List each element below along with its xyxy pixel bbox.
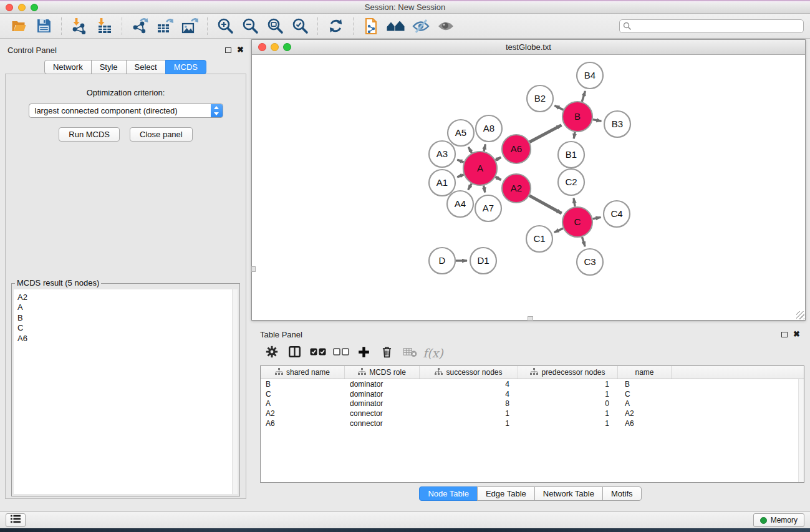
column-selector-button[interactable] [283,345,306,361]
tab-node-table[interactable]: Node Table [419,486,478,501]
function-builder-button[interactable]: f(x) [422,346,445,360]
graph-node-A2[interactable]: A2 [502,174,531,203]
graph-node-C3[interactable]: C3 [577,249,603,275]
table-toolbar: f(x) [260,342,804,364]
task-history-button[interactable] [6,513,26,527]
unchecked-boxes-icon [333,347,349,359]
table-row[interactable]: Adominator80A [261,399,804,409]
close-panel-icon[interactable]: ✖ [237,47,244,53]
svg-text:A1: A1 [436,177,448,188]
memory-button[interactable]: Memory [753,513,804,527]
criterion-select[interactable]: largest connected component (directed) [29,104,223,118]
close-panel-button[interactable]: Close panel [130,127,193,142]
graph-node-B[interactable]: B [562,102,592,132]
result-item[interactable]: C [17,323,238,333]
graph-node-A[interactable]: A [463,152,497,185]
graph-node-A4[interactable]: A4 [447,191,473,217]
column-header-MCDS-role[interactable]: MCDS role [345,366,420,379]
graph-node-B3[interactable]: B3 [604,111,630,137]
hide-selected-button[interactable] [410,16,432,36]
document-network-icon [363,17,379,35]
graph-edge-C-C2 [574,198,575,207]
tab-network[interactable]: Network [44,60,92,74]
table-row[interactable]: Bdominator41B [261,379,804,389]
control-panel: Control Panel ✖ NetworkStyleSelectMCDS O… [0,39,251,511]
tab-network-table[interactable]: Network Table [534,486,603,501]
float-panel-icon[interactable] [225,47,231,53]
graph-node-C2[interactable]: C2 [558,169,584,195]
zoom-in-button[interactable] [215,16,236,36]
add-column-button[interactable] [352,346,375,361]
bottom-resize-stub[interactable] [528,316,533,321]
network-window-titlebar[interactable]: testGlobe.txt [252,40,805,55]
zoom-out-button[interactable] [239,16,261,36]
table-row[interactable]: A2connector11A2 [261,409,804,418]
zoom-in-icon [217,17,234,34]
graph-node-D1[interactable]: D1 [470,248,496,274]
import-table-button[interactable] [94,16,115,36]
result-item[interactable]: B [17,313,238,323]
delete-table-button[interactable] [398,346,422,360]
toolbar-separator [207,17,208,35]
graph-node-B4[interactable]: B4 [577,62,603,89]
network-canvas[interactable]: B4B2BB3A5A8A6A3B1AA1C2A2A4A7C4CC1C3DD1 [252,55,805,319]
graph-edge-A-A6 [496,157,501,160]
select-all-button[interactable] [306,347,329,359]
graph-node-B2[interactable]: B2 [527,85,553,112]
column-header-successor-nodes[interactable]: successor nodes [420,366,518,379]
run-mcds-button[interactable]: Run MCDS [59,127,120,142]
graph-node-A5[interactable]: A5 [448,120,474,146]
graph-node-A8[interactable]: A8 [476,115,502,142]
open-session-button[interactable] [8,16,29,36]
table-row[interactable]: A6connector11A6 [261,418,804,428]
titlebar: Session: New Session [0,0,810,14]
tab-edge-table[interactable]: Edge Table [477,486,535,501]
svg-text:D: D [439,255,446,266]
graph-node-A6[interactable]: A6 [502,135,531,163]
export-network-button[interactable] [129,16,150,36]
svg-text:A3: A3 [436,148,448,159]
result-item[interactable]: A2 [17,293,238,302]
desktop-background [0,528,810,532]
graph-node-C[interactable]: C [562,207,592,237]
tab-motifs[interactable]: Motifs [602,486,642,501]
show-all-button[interactable] [435,16,456,36]
zoom-selected-button[interactable] [289,16,311,36]
float-table-panel-icon[interactable] [781,332,788,337]
result-item[interactable]: A [17,302,238,312]
graph-node-A1[interactable]: A1 [429,170,455,196]
export-table-button[interactable] [154,16,175,36]
table-scrollbar[interactable] [798,379,804,482]
graph-node-C4[interactable]: C4 [604,201,630,227]
import-network-button[interactable] [69,16,90,36]
zoom-fit-button[interactable] [264,16,286,36]
save-session-button[interactable] [33,16,54,36]
graph-node-A3[interactable]: A3 [429,141,455,167]
resize-grip[interactable] [796,311,804,319]
tab-select[interactable]: Select [126,60,166,74]
graph-node-D[interactable]: D [429,248,455,274]
tab-style[interactable]: Style [91,60,127,74]
graph-node-A7[interactable]: A7 [475,195,501,221]
search-input[interactable] [619,19,804,33]
left-resize-stub[interactable] [251,266,256,272]
column-header-predecessor-nodes[interactable]: predecessor nodes [518,366,618,379]
table-row[interactable]: Cdominator41C [261,389,804,399]
graph-node-C1[interactable]: C1 [526,226,552,252]
result-scrollbar[interactable] [232,289,238,494]
refresh-button[interactable] [325,16,346,36]
export-image-button[interactable] [179,16,200,36]
tab-mcds[interactable]: MCDS [165,60,206,74]
close-table-panel-icon[interactable]: ✖ [793,331,800,337]
graph-node-B1[interactable]: B1 [558,142,584,168]
mcds-result-list[interactable]: A2ABCA6 [14,289,238,494]
first-neighbors-button[interactable] [385,16,407,36]
result-item[interactable]: A6 [17,334,238,344]
column-header-shared-name[interactable]: shared name [261,366,345,379]
table-options-button[interactable] [260,345,283,361]
deselect-all-button[interactable] [329,347,352,359]
clone-network-button[interactable] [360,16,382,36]
column-header-name[interactable]: name [618,366,672,379]
delete-column-button[interactable] [375,345,398,361]
toolbar-separator [317,17,318,35]
